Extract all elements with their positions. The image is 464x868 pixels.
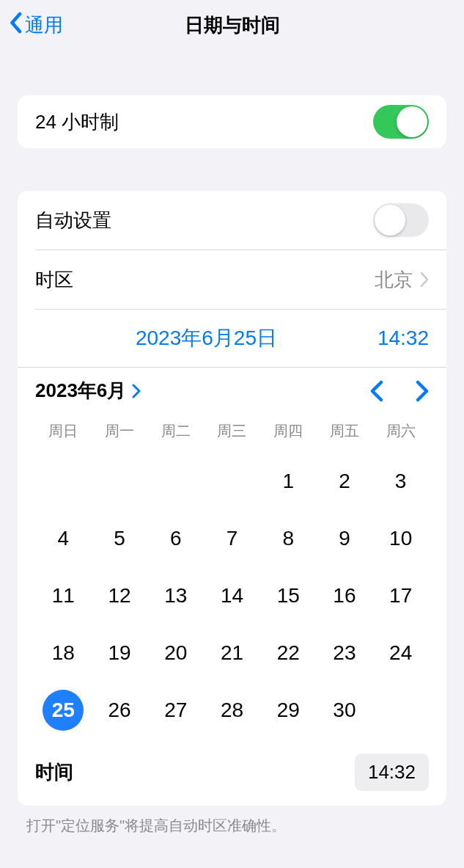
- calendar-day[interactable]: 4: [35, 510, 92, 567]
- calendar-day[interactable]: 22: [260, 624, 317, 682]
- next-month-button[interactable]: [416, 380, 429, 402]
- switch-24hour[interactable]: [373, 105, 429, 139]
- calendar-day[interactable]: 20: [147, 624, 204, 682]
- calendar-day[interactable]: 27: [147, 682, 204, 739]
- calendar-day[interactable]: 9: [317, 510, 373, 567]
- calendar-day[interactable]: 16: [317, 567, 373, 624]
- selected-time[interactable]: 14:32: [378, 327, 429, 350]
- calendar-day[interactable]: 10: [372, 510, 429, 567]
- label-24hour: 24 小时制: [35, 109, 119, 135]
- weekday-label: 周四: [260, 418, 317, 444]
- calendar-blank: [147, 453, 204, 510]
- value-timezone: 北京: [375, 267, 413, 293]
- group-datetime: 自动设置 时区 北京 2023年6月25日 14:32 2023年6月: [18, 191, 446, 806]
- calendar-day[interactable]: 1: [260, 453, 317, 510]
- calendar-day[interactable]: 2: [317, 453, 373, 510]
- calendar-day[interactable]: 29: [260, 682, 317, 739]
- calendar-day[interactable]: 23: [317, 624, 373, 682]
- calendar-day[interactable]: 30: [317, 682, 373, 739]
- calendar-day[interactable]: 11: [35, 567, 92, 624]
- back-button[interactable]: 通用: [9, 12, 63, 39]
- group-24hour: 24 小时制: [18, 95, 446, 148]
- label-timezone: 时区: [35, 267, 73, 293]
- calendar-day[interactable]: 26: [92, 682, 148, 739]
- calendar-day[interactable]: 19: [92, 624, 148, 682]
- weekday-label: 周日: [35, 418, 92, 444]
- calendar-day[interactable]: 3: [372, 453, 429, 510]
- chevron-right-icon: [420, 271, 429, 288]
- row-timezone[interactable]: 时区 北京: [18, 250, 446, 309]
- time-picker-button[interactable]: 14:32: [355, 754, 429, 791]
- switch-knob: [375, 205, 405, 236]
- calendar-blank: [92, 453, 148, 510]
- weekday-label: 周五: [317, 418, 373, 444]
- page-title: 日期与时间: [0, 12, 464, 38]
- label-auto-set: 自动设置: [35, 208, 111, 233]
- calendar-day[interactable]: 7: [204, 510, 260, 567]
- calendar-day[interactable]: 18: [35, 624, 92, 682]
- footer-note: 打开"定位服务"将提高自动时区准确性。: [26, 816, 438, 836]
- time-label: 时间: [35, 759, 73, 785]
- switch-knob: [397, 106, 427, 137]
- switch-auto-set[interactable]: [373, 203, 429, 237]
- calendar-blank: [35, 453, 92, 510]
- calendar-day[interactable]: 25: [35, 682, 92, 739]
- weekday-label: 周六: [372, 418, 429, 444]
- calendar-day[interactable]: 8: [260, 510, 317, 567]
- chevron-left-icon: [9, 12, 22, 39]
- calendar-blank: [204, 453, 260, 510]
- calendar-day[interactable]: 12: [92, 567, 148, 624]
- month-picker-button[interactable]: 2023年6月: [35, 378, 141, 404]
- calendar-day[interactable]: 6: [147, 510, 204, 567]
- month-label: 2023年6月: [35, 378, 126, 404]
- calendar-day[interactable]: 28: [204, 682, 260, 739]
- calendar-day[interactable]: 17: [372, 567, 429, 624]
- weekday-label: 周一: [92, 418, 148, 444]
- chevron-right-icon: [132, 384, 141, 398]
- calendar-day[interactable]: 21: [204, 624, 260, 682]
- calendar-day[interactable]: 14: [204, 567, 260, 624]
- calendar-day[interactable]: 15: [260, 567, 317, 624]
- selected-date[interactable]: 2023年6月25日: [35, 324, 378, 352]
- calendar-day[interactable]: 13: [147, 567, 204, 624]
- weekday-label: 周二: [147, 418, 204, 444]
- back-label: 通用: [25, 12, 63, 38]
- prev-month-button[interactable]: [370, 380, 383, 402]
- calendar-day[interactable]: 5: [92, 510, 148, 567]
- weekday-label: 周三: [204, 418, 260, 444]
- calendar-day[interactable]: 24: [372, 624, 429, 682]
